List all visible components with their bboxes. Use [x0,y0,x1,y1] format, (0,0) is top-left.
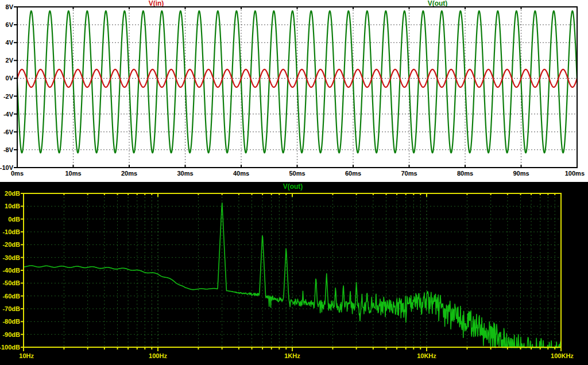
time-x-tick-label: 0ms [11,170,24,177]
time-x-tick-label: 10ms [65,170,81,177]
time-y-tick-label: -4V [3,111,13,118]
fft-y-tick-label: -10dB [2,228,20,235]
time-y-tick-label: 6V [6,21,13,28]
fft-y-tick-label: -30dB [2,254,20,261]
time-x-tick-label: 60ms [345,170,361,177]
fft-plot-svg [0,182,588,365]
time-y-tick-label: -8V [3,146,13,153]
time-domain-plot-svg [0,0,588,182]
time-y-tick-label: -2V [3,93,13,100]
fft-y-tick-label: 20dB [5,190,20,197]
fft-y-tick-label: 0dB [8,216,20,223]
time-x-tick-label: 40ms [233,170,249,177]
simulation-plot-window: V(in) V(out) 8V6V4V2V0V-2V-4V-6V-8V-10V0… [0,0,588,365]
time-y-tick-label: -6V [3,129,13,135]
time-x-tick-label: 20ms [121,170,137,177]
time-x-tick-label: 70ms [401,170,417,177]
fft-x-tick-label: 10KHz [417,352,436,359]
fft-y-tick-label: -70dB [2,305,20,312]
time-x-tick-label: 80ms [457,170,473,177]
fft-y-tick-label: 10dB [5,203,20,209]
time-x-tick-label: 30ms [177,170,193,177]
fft-x-tick-label: 100KHz [551,352,574,359]
fft-x-tick-label: 100Hz [149,352,167,359]
time-x-tick-label: 100ms [565,170,585,177]
time-x-tick-label: 90ms [513,170,529,177]
fft-y-tick-label: -40dB [2,267,20,274]
time-y-tick-label: 0V [6,75,13,81]
time-domain-panel: V(in) V(out) 8V6V4V2V0V-2V-4V-6V-8V-10V0… [0,0,588,182]
time-y-tick-label: 4V [6,39,13,46]
fft-y-tick-label: -90dB [2,331,20,338]
fft-y-tick-label: -60dB [2,293,20,300]
fft-y-tick-label: -20dB [2,241,20,248]
time-y-tick-label: 8V [6,3,13,10]
fft-y-tick-label: -100dB [0,344,20,351]
time-y-tick-label: 2V [6,57,13,64]
fft-y-tick-label: -80dB [2,318,20,325]
fft-x-tick-label: 10Hz [19,352,34,359]
vout-trace [17,11,577,153]
time-x-tick-label: 50ms [289,170,305,177]
fft-panel: V(out) 20dB10dB0dB-10dB-20dB-30dB-40dB-5… [0,182,588,365]
fft-y-tick-label: -50dB [2,279,20,286]
fft-x-tick-label: 1KHz [284,352,300,359]
